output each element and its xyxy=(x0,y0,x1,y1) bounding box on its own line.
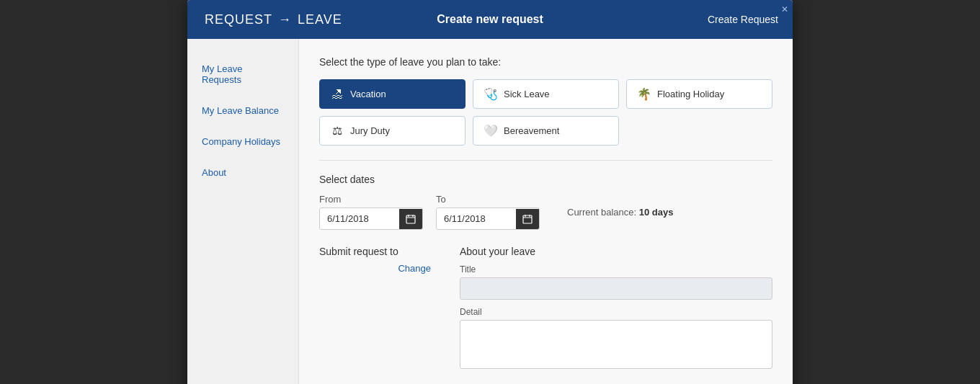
title-input[interactable] xyxy=(460,277,772,300)
balance-value: 10 days xyxy=(639,207,674,218)
select-leave-label: Select the type of leave you plan to tak… xyxy=(319,56,772,68)
sidebar: My Leave Requests My Leave Balance Compa… xyxy=(187,39,299,384)
from-label: From xyxy=(319,194,423,205)
balance-text: Current balance: xyxy=(567,207,636,218)
sidebar-item-my-leave-requests[interactable]: My Leave Requests xyxy=(187,53,298,95)
jury-duty-icon: ⚖ xyxy=(330,124,344,138)
leave-type-vacation[interactable]: 🏖 Vacation xyxy=(319,79,466,109)
submit-request-label: Submit request to xyxy=(319,246,431,257)
sidebar-item-company-holidays[interactable]: Company Holidays xyxy=(187,126,298,157)
to-calendar-button[interactable] xyxy=(516,209,539,229)
from-date-input-wrap xyxy=(319,207,423,230)
calendar-icon2 xyxy=(522,214,533,224)
to-date-field: To xyxy=(436,194,540,230)
submit-leave-row: Submit request to Change About your leav… xyxy=(319,246,772,372)
footer: Next xyxy=(319,372,772,384)
page-title: Create new request xyxy=(437,13,543,26)
vacation-label: Vacation xyxy=(350,89,386,99)
change-link[interactable]: Change xyxy=(319,263,431,274)
logo-text2: LEAVE xyxy=(298,12,342,27)
vacation-icon: 🏖 xyxy=(330,88,344,101)
app-window: REQUEST→LEAVE Create new request Create … xyxy=(187,0,793,384)
svg-rect-4 xyxy=(523,215,532,223)
detail-textarea[interactable] xyxy=(460,320,772,369)
title-field-label: Title xyxy=(460,264,772,274)
bereavement-icon: 🤍 xyxy=(484,124,498,138)
app-logo: REQUEST→LEAVE xyxy=(202,12,345,27)
leave-type-bereavement[interactable]: 🤍 Bereavement xyxy=(473,116,619,146)
bereavement-label: Bereavement xyxy=(504,125,559,136)
sidebar-item-my-leave-balance[interactable]: My Leave Balance xyxy=(187,95,298,126)
leave-types-grid: 🏖 Vacation 🩺 Sick Leave 🌴 Floating Holid… xyxy=(319,79,772,146)
to-label: To xyxy=(436,194,540,205)
jury-duty-label: Jury Duty xyxy=(350,125,390,136)
floating-holiday-label: Floating Holiday xyxy=(657,89,724,99)
leave-type-floating-holiday[interactable]: 🌴 Floating Holiday xyxy=(626,79,772,109)
floating-holiday-icon: 🌴 xyxy=(637,87,651,101)
logo-arrow: → xyxy=(278,12,292,27)
leave-type-jury-duty[interactable]: ⚖ Jury Duty xyxy=(319,116,466,146)
create-request-button[interactable]: Create Request xyxy=(708,14,778,25)
about-section: About your leave Title Detail xyxy=(460,246,772,372)
select-dates-label: Select dates xyxy=(319,174,772,185)
to-date-input-wrap xyxy=(436,207,540,230)
leave-type-sick-leave[interactable]: 🩺 Sick Leave xyxy=(473,79,619,109)
from-date-input[interactable] xyxy=(320,208,399,229)
app-body: My Leave Requests My Leave Balance Compa… xyxy=(187,39,793,384)
sidebar-item-about[interactable]: About xyxy=(187,157,298,188)
dates-row: From xyxy=(319,194,772,230)
svg-rect-0 xyxy=(406,215,415,223)
from-date-field: From xyxy=(319,194,423,230)
submit-section: Submit request to Change xyxy=(319,246,431,372)
divider1 xyxy=(319,160,772,161)
close-button[interactable]: ✕ xyxy=(781,4,788,14)
dates-section: Select dates From xyxy=(319,174,772,230)
main-content: Select the type of leave you plan to tak… xyxy=(299,39,793,384)
detail-field-label: Detail xyxy=(460,307,772,317)
about-label: About your leave xyxy=(460,246,772,257)
from-calendar-button[interactable] xyxy=(399,209,422,229)
header: REQUEST→LEAVE Create new request Create … xyxy=(187,0,793,39)
sick-leave-icon: 🩺 xyxy=(484,87,498,101)
calendar-icon xyxy=(406,214,416,224)
balance-info: Current balance: 10 days xyxy=(567,207,673,218)
to-date-input[interactable] xyxy=(437,208,516,229)
logo-text1: REQUEST xyxy=(205,12,272,27)
sick-leave-label: Sick Leave xyxy=(504,89,550,99)
